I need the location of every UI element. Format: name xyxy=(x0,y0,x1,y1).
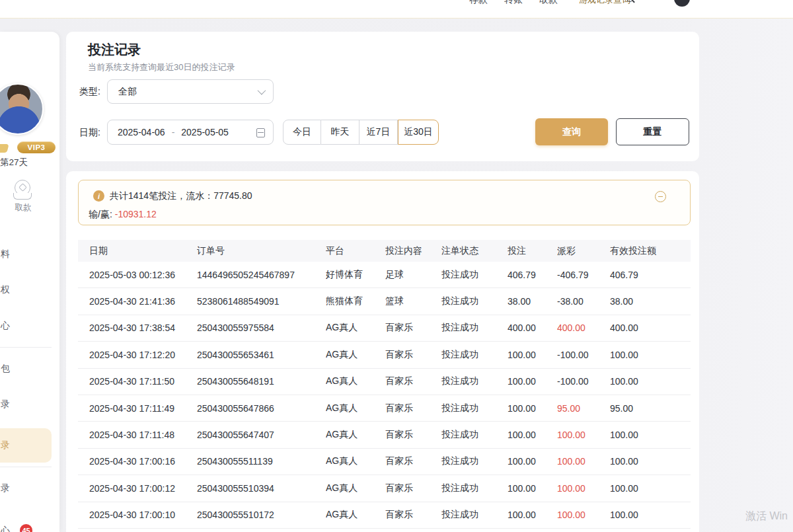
page-title: 投注记录 xyxy=(88,41,141,59)
cell-order: 250430055647407 xyxy=(197,430,326,440)
cell-bet: 400.00 xyxy=(508,323,557,333)
user-avatar[interactable] xyxy=(0,83,44,135)
cell-date: 2025-04-30 17:12:20 xyxy=(78,350,197,360)
search-button[interactable]: 查询 xyxy=(535,118,608,145)
table-header-row: 日期订单号平台投注内容注单状态投注派彩有效投注额 xyxy=(78,240,691,262)
cell-payout: 400.00 xyxy=(557,323,610,333)
sidebar-item-label: 录 xyxy=(1,399,10,410)
cell-bet: 406.79 xyxy=(508,270,557,280)
sidebar-divider xyxy=(0,347,52,348)
windows-activation-watermark: 激活 Win xyxy=(745,510,788,523)
cell-order: 250430055511139 xyxy=(197,456,326,467)
nav-item-deposit[interactable]: 存款 xyxy=(469,0,488,6)
sidebar-menu: 料权心包录录录心45 xyxy=(0,237,59,532)
quick-range-近7日[interactable]: 近7日 xyxy=(359,120,398,145)
cell-bet: 100.00 xyxy=(508,456,557,467)
vip-badge: VIP3 xyxy=(17,141,56,153)
nav-item-record-tool[interactable]: 游戏记录查询 xyxy=(579,0,630,6)
search-icon[interactable] xyxy=(626,0,634,3)
sidebar-item[interactable]: 权 xyxy=(0,272,59,308)
bet-records-table: 日期订单号平台投注内容注单状态投注派彩有效投注额 2025-05-03 00:1… xyxy=(78,240,691,529)
cell-date: 2025-04-30 17:38:54 xyxy=(78,323,197,333)
table-row: 2025-04-30 17:11:50250430055648191AG真人百家… xyxy=(78,369,691,395)
cell-date: 2025-04-30 17:00:12 xyxy=(78,483,197,494)
column-header: 派彩 xyxy=(557,245,610,257)
cell-date: 2025-04-30 17:11:48 xyxy=(78,430,197,440)
cell-valid: 100.00 xyxy=(610,483,677,494)
sidebar-item[interactable]: 录 xyxy=(0,428,59,463)
sidebar-item[interactable]: 心 xyxy=(0,308,59,344)
cell-order: 250430055653461 xyxy=(197,350,326,360)
table-row: 2025-04-30 17:38:54250430055975584AG真人百家… xyxy=(78,315,691,342)
vip-wing-decoration xyxy=(0,144,9,153)
cell-payout: 100.00 xyxy=(557,510,610,520)
cell-content: 百家乐 xyxy=(385,375,441,387)
table-row: 2025-04-30 17:00:12250430055510394AG真人百家… xyxy=(78,475,691,502)
sidebar-item[interactable]: 录 xyxy=(0,387,59,422)
cell-platform: AG真人 xyxy=(326,349,385,361)
quick-range-今日[interactable]: 今日 xyxy=(283,120,321,145)
quick-range-group: 今日昨天近7日近30日 xyxy=(283,120,439,145)
table-body: 2025-05-03 00:12:361446496505245467897好博… xyxy=(78,262,691,529)
cell-valid: 100.00 xyxy=(610,350,677,360)
cell-date: 2025-04-30 17:11:50 xyxy=(78,376,197,387)
cell-payout: -38.00 xyxy=(557,296,610,307)
withdraw-label: 取款 xyxy=(0,202,46,213)
cell-valid: 100.00 xyxy=(610,376,677,387)
cell-status: 投注成功 xyxy=(441,322,508,334)
cell-platform: AG真人 xyxy=(326,429,385,441)
cell-order: 250430055510172 xyxy=(197,510,326,520)
quick-range-昨天[interactable]: 昨天 xyxy=(321,120,359,145)
sidebar-item[interactable]: 料 xyxy=(0,237,59,272)
sidebar-item[interactable]: 录 xyxy=(0,471,59,506)
sidebar-item[interactable]: 包 xyxy=(0,351,59,387)
summary-line2: 输/赢:-10931.12 xyxy=(89,209,157,221)
collapse-icon[interactable] xyxy=(655,191,666,202)
notification-badge: 45 xyxy=(20,524,32,532)
table-row: 2025-04-30 17:00:10250430055510172AG真人百家… xyxy=(78,502,691,529)
cell-content: 篮球 xyxy=(385,295,441,307)
sidebar: VIP3 第27天 取款 料权心包录录录心45 xyxy=(0,32,59,532)
cell-date: 2025-05-03 00:12:36 xyxy=(78,270,197,280)
cell-valid: 406.79 xyxy=(610,270,677,280)
cell-order: 5238061488549091 xyxy=(197,296,326,307)
table-row: 2025-04-30 17:12:20250430055653461AG真人百家… xyxy=(78,342,691,368)
reset-button[interactable]: 重置 xyxy=(616,118,689,145)
table-row: 2025-04-30 17:00:16250430055511139AG真人百家… xyxy=(78,449,691,475)
column-header: 平台 xyxy=(326,245,385,257)
type-select[interactable]: 全部 xyxy=(107,79,274,104)
cell-bet: 100.00 xyxy=(508,510,557,520)
cell-bet: 100.00 xyxy=(508,403,557,414)
cell-content: 百家乐 xyxy=(385,429,441,441)
cell-valid: 95.00 xyxy=(610,403,677,414)
results-card: i 共计1414笔投注，流水：77745.80 输/赢:-10931.12 日期… xyxy=(66,171,699,532)
date-range-picker[interactable]: 2025-04-06 - 2025-05-05 xyxy=(107,120,274,145)
cell-status: 投注成功 xyxy=(441,269,508,281)
summary-line1: 共计1414笔投注，流水：77745.80 xyxy=(110,190,252,202)
sidebar-item[interactable]: 心45 xyxy=(0,513,59,532)
cell-bet: 100.00 xyxy=(508,376,557,387)
cell-platform: AG真人 xyxy=(326,509,385,521)
date-label: 日期: xyxy=(79,127,100,139)
nav-item-transfer[interactable]: 转账 xyxy=(504,0,523,6)
cell-content: 百家乐 xyxy=(385,322,441,334)
cell-content: 百家乐 xyxy=(385,402,441,414)
info-icon: i xyxy=(93,190,104,202)
cell-order: 250430055510394 xyxy=(197,483,326,494)
cell-valid: 400.00 xyxy=(610,323,677,333)
cell-bet: 100.00 xyxy=(508,483,557,494)
column-header: 注单状态 xyxy=(441,245,508,257)
cell-bet: 100.00 xyxy=(508,430,557,440)
vip-day-count: 第27天 xyxy=(0,157,28,169)
cell-content: 百家乐 xyxy=(385,509,441,521)
navbar-avatar[interactable] xyxy=(674,0,690,7)
sidebar-withdraw-shortcut[interactable]: 取款 xyxy=(0,180,46,213)
cell-status: 投注成功 xyxy=(441,509,508,521)
quick-range-近30日[interactable]: 近30日 xyxy=(398,120,439,145)
cell-platform: AG真人 xyxy=(326,455,385,467)
calendar-icon[interactable] xyxy=(256,128,265,137)
nav-item-withdraw[interactable]: 取款 xyxy=(539,0,558,6)
date-end: 2025-05-05 xyxy=(181,127,229,137)
cell-status: 投注成功 xyxy=(441,402,508,414)
cell-status: 投注成功 xyxy=(441,295,508,307)
